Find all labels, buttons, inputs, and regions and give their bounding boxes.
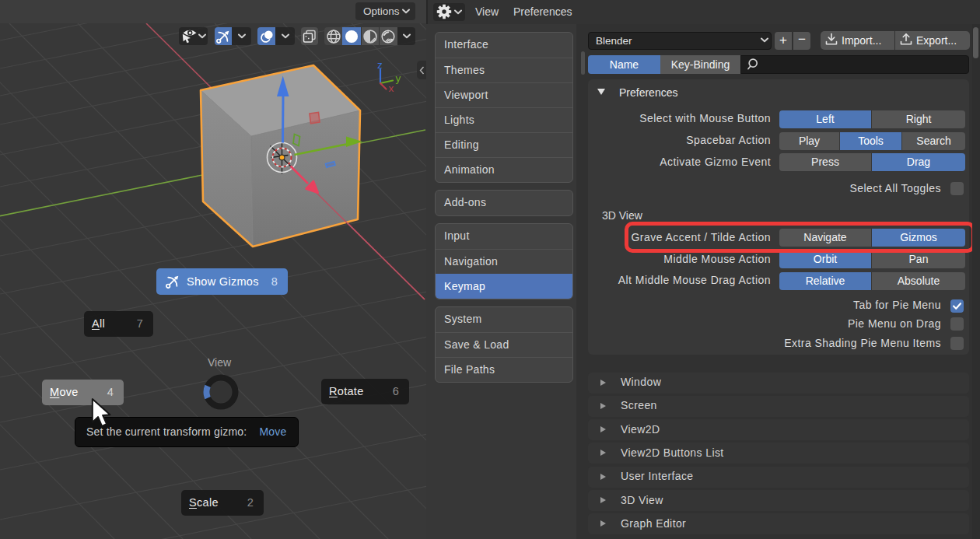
svg-text:z: z <box>377 59 383 71</box>
svg-text:x: x <box>389 82 394 94</box>
svg-text:y: y <box>396 72 401 84</box>
